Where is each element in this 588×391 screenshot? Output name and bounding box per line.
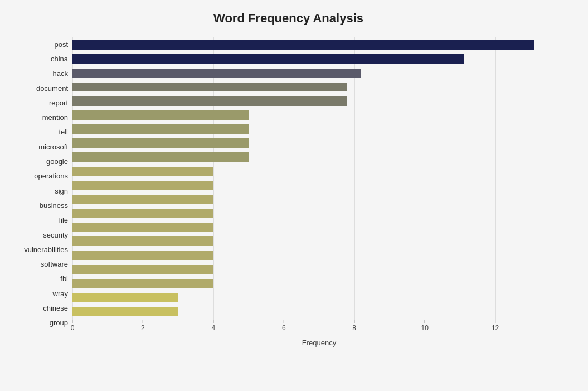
bar-row bbox=[72, 277, 566, 291]
y-label: software bbox=[41, 257, 68, 271]
y-axis-labels: postchinahackdocumentreportmentiontellmi… bbox=[11, 37, 72, 347]
x-tick: 2 bbox=[141, 320, 145, 332]
bar-row bbox=[72, 80, 566, 94]
x-tick: 4 bbox=[212, 320, 216, 332]
bar-row bbox=[72, 122, 566, 136]
y-label: hack bbox=[53, 66, 68, 81]
bar-row bbox=[72, 248, 566, 262]
bar-group bbox=[72, 307, 178, 316]
x-tick-label: 8 bbox=[352, 324, 356, 332]
x-tick-label: 0 bbox=[71, 324, 75, 332]
bar-tell bbox=[72, 124, 249, 134]
y-label: wray bbox=[53, 286, 68, 301]
bar-security bbox=[72, 223, 213, 232]
y-label: business bbox=[40, 198, 68, 213]
x-tick: 10 bbox=[421, 320, 428, 332]
bar-row bbox=[72, 108, 566, 122]
tick-mark bbox=[72, 320, 73, 323]
tick-mark bbox=[354, 320, 354, 323]
x-tick: 0 bbox=[71, 320, 75, 332]
y-label: security bbox=[43, 228, 68, 242]
x-tick-label: 10 bbox=[421, 324, 428, 332]
bar-row bbox=[72, 220, 566, 234]
bar-software bbox=[72, 251, 213, 260]
x-tick-label: 4 bbox=[212, 324, 216, 332]
bar-row bbox=[72, 164, 566, 178]
bar-fbi bbox=[72, 265, 213, 274]
bar-document bbox=[72, 83, 347, 92]
tick-mark bbox=[213, 320, 213, 323]
chart-title: Word Frequency Analysis bbox=[11, 11, 566, 26]
bar-row bbox=[72, 234, 566, 248]
bar-sign bbox=[72, 181, 213, 190]
tick-mark bbox=[495, 320, 495, 323]
y-label: document bbox=[36, 81, 68, 95]
y-label: group bbox=[50, 316, 68, 330]
bar-wray bbox=[72, 279, 213, 288]
y-label: sign bbox=[55, 184, 68, 198]
bar-vulnerabilities bbox=[72, 236, 213, 246]
bar-row bbox=[72, 150, 566, 164]
bar-row bbox=[72, 305, 566, 318]
bar-chinese bbox=[72, 293, 178, 302]
bar-row bbox=[72, 94, 566, 108]
bar-row bbox=[72, 66, 566, 80]
y-label: mention bbox=[42, 110, 68, 124]
bar-row bbox=[72, 52, 566, 66]
y-label: vulnerabilities bbox=[24, 242, 68, 257]
bar-row bbox=[72, 263, 566, 277]
bar-row bbox=[72, 291, 566, 305]
bar-row bbox=[72, 38, 566, 52]
x-tick: 8 bbox=[352, 320, 356, 332]
tick-mark bbox=[284, 320, 284, 323]
y-label: report bbox=[49, 95, 68, 110]
bar-china bbox=[72, 54, 464, 64]
y-label: operations bbox=[34, 169, 68, 184]
bar-row bbox=[72, 136, 566, 150]
bar-hack bbox=[72, 69, 361, 78]
bar-row bbox=[72, 206, 566, 220]
tick-mark bbox=[425, 320, 425, 323]
y-label: tell bbox=[59, 125, 68, 139]
y-label: microsoft bbox=[38, 139, 68, 154]
tick-mark bbox=[143, 320, 143, 323]
y-label: fbi bbox=[60, 272, 68, 286]
bar-google bbox=[72, 152, 249, 162]
x-tick-label: 6 bbox=[282, 324, 286, 332]
bars-wrapper bbox=[72, 37, 566, 320]
y-label: google bbox=[46, 154, 68, 168]
bar-microsoft bbox=[72, 138, 249, 148]
bar-business bbox=[72, 195, 213, 204]
chart-container: Word Frequency Analysis postchinahackdoc… bbox=[0, 0, 588, 391]
x-axis-label: Frequency bbox=[72, 339, 566, 347]
bar-mention bbox=[72, 110, 249, 120]
x-tick-label: 12 bbox=[492, 324, 499, 332]
bar-row bbox=[72, 178, 566, 192]
bars-and-xaxis: 024681012 Frequency bbox=[72, 37, 566, 347]
bar-operations bbox=[72, 167, 213, 176]
x-tick: 12 bbox=[492, 320, 499, 332]
bar-post bbox=[72, 40, 534, 50]
x-tick: 6 bbox=[282, 320, 286, 332]
bar-report bbox=[72, 96, 347, 106]
x-tick-label: 2 bbox=[141, 324, 145, 332]
y-label: post bbox=[54, 37, 68, 51]
bar-row bbox=[72, 192, 566, 206]
bars-section bbox=[72, 37, 566, 320]
y-label: file bbox=[59, 213, 68, 228]
bar-file bbox=[72, 209, 213, 218]
y-label: chinese bbox=[43, 301, 68, 315]
x-axis: 024681012 bbox=[72, 320, 566, 336]
y-label: china bbox=[51, 51, 68, 66]
